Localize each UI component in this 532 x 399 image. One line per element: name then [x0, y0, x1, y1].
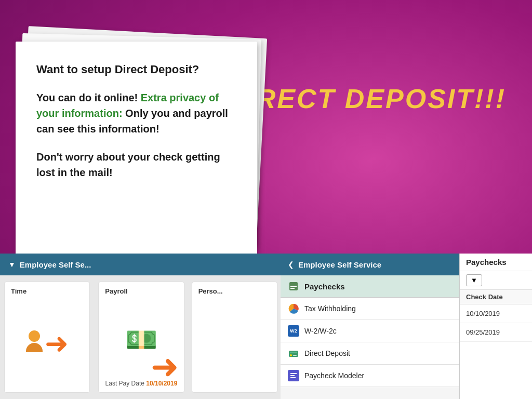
person-shoulders — [26, 343, 43, 352]
svg-rect-10 — [290, 375, 295, 376]
ess-bar-arrow-icon: ▼ — [8, 260, 16, 269]
personal-card[interactable]: Perso... — [192, 282, 277, 393]
time-card-visual: ➜ — [26, 323, 69, 360]
payroll-to-menu-arrow-icon: ➜ — [151, 350, 179, 383]
person-icon — [26, 330, 43, 352]
time-card[interactable]: Time ➜ — [4, 282, 90, 393]
paycheck-modeler-icon — [288, 370, 299, 381]
bottom-ui: ▼ Employee Self Se... Time ➜ Payroll 💵 — [0, 254, 532, 399]
tax-withholding-icon — [288, 303, 299, 314]
left-cards-container: ▼ Employee Self Se... Time ➜ Payroll 💵 — [0, 254, 281, 399]
ess-bar[interactable]: ▼ Employee Self Se... — [0, 254, 281, 275]
cards-row: Time ➜ Payroll 💵 Last Pay Date 10/10/201… — [0, 275, 281, 399]
paper-heading: Want to setup Direct Deposit? — [36, 62, 236, 77]
direct-deposit-icon — [288, 348, 299, 359]
filter-button[interactable]: ▼ — [466, 274, 482, 286]
pay-date-label: Last Pay Date — [105, 380, 144, 387]
time-card-label: Time — [11, 287, 26, 295]
paper-p1-plain: You can do it online! — [36, 92, 141, 103]
personal-card-label: Perso... — [198, 287, 223, 295]
paper-paragraph-2: Don't worry about your check getting los… — [36, 149, 236, 180]
time-arrow-icon: ➜ — [45, 327, 69, 360]
check-date-col-header: Check Date — [460, 290, 532, 304]
paper-stack: Want to setup Direct Deposit? You can do… — [16, 42, 270, 260]
svg-rect-2 — [290, 288, 295, 289]
w2-icon: W2 — [288, 325, 299, 337]
payroll-card-label: Payroll — [105, 287, 127, 295]
ess-header-label: Employee Self Service — [298, 260, 381, 269]
svg-rect-11 — [290, 377, 296, 378]
svg-rect-9 — [290, 373, 297, 374]
svg-rect-7 — [293, 355, 297, 356]
paper-paragraph-1: You can do it online! Extra privacy of y… — [36, 90, 236, 137]
paychecks-panel-header: Paychecks — [460, 254, 532, 271]
svg-rect-5 — [290, 352, 297, 353]
ess-bar-label: Employee Self Se... — [20, 260, 91, 269]
filter-row: ▼ — [460, 271, 532, 290]
paychecks-section-icon — [288, 281, 299, 292]
person-head — [29, 330, 40, 342]
paychecks-panel: Paychecks ▼ Check Date 10/10/2019 09/25/… — [459, 254, 532, 399]
check-date-row-2[interactable]: 09/25/2019 — [460, 323, 532, 342]
svg-rect-1 — [290, 286, 297, 287]
ess-back-icon[interactable]: ❮ — [288, 260, 294, 269]
check-date-row-1[interactable]: 10/10/2019 — [460, 304, 532, 323]
paychecks-section-label: Paychecks — [304, 282, 345, 291]
svg-point-6 — [290, 354, 292, 356]
paper-main: Want to setup Direct Deposit? You can do… — [16, 42, 257, 255]
